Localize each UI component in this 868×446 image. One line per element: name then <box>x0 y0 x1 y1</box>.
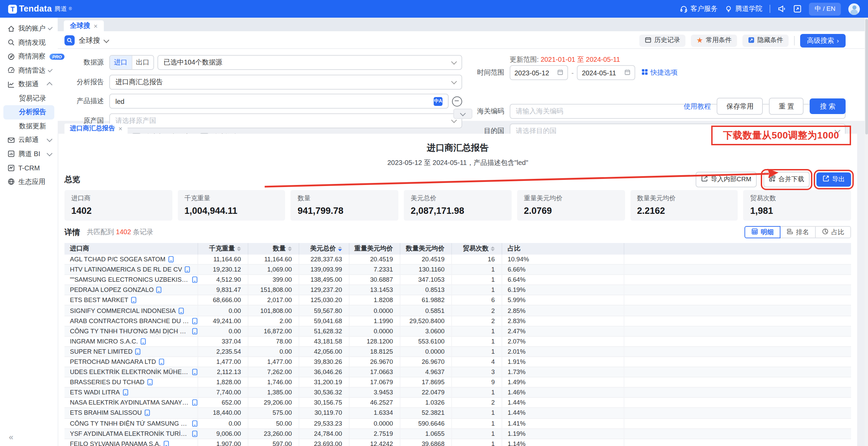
table-row[interactable]: SIGNIFY COMMERCIAL INDONESIA 0.00 101,80… <box>64 306 851 316</box>
sidebar-item-data-update[interactable]: 数据更新 <box>0 119 58 133</box>
col-usd-per-qty[interactable]: 数量美元均价 <box>400 243 452 255</box>
importer-name[interactable]: PEDRAJA LOPEZ GONZALO <box>70 287 154 294</box>
product-desc-input[interactable]: led 中A <box>109 94 449 109</box>
reset-button[interactable]: 重 置 <box>769 98 804 115</box>
company-detail-icon[interactable] <box>131 297 136 304</box>
company-detail-icon[interactable] <box>192 369 197 375</box>
sidebar-item-tcrm[interactable]: T-CRM <box>0 161 58 175</box>
sidebar-item-cloud-mail[interactable]: 云邮通 <box>0 133 58 147</box>
translate-icon[interactable]: 中A <box>434 97 442 106</box>
tendata-logo[interactable]: T Tendata 腾道 ® <box>8 4 72 14</box>
company-detail-icon[interactable] <box>145 410 150 416</box>
importer-name[interactable]: BRASSERIES DU TCHAD <box>70 379 145 386</box>
importer-name[interactable]: SUPER NET LIMITED <box>70 348 133 355</box>
vertical-scrollbar[interactable] <box>865 18 868 446</box>
tutorial-link[interactable]: 使用教程 <box>684 101 711 111</box>
close-icon[interactable]: × <box>118 125 122 132</box>
sidebar-item-radar[interactable]: 商情雷达 <box>0 63 58 77</box>
table-row[interactable]: ARAB CONTRACTORS BRANCHE DU TCHAD 49,241… <box>64 316 851 326</box>
sidebar-item-eco-apps[interactable]: 生态应用 <box>0 175 58 189</box>
importer-name[interactable]: AGL TCHAD P/C SOGEA SATOM <box>70 256 165 263</box>
datasource-select[interactable]: 已选中104个数据源 <box>157 55 462 70</box>
table-row[interactable]: INGRAM MICRO S.A.C. 337.04 78.00 43,181.… <box>64 337 851 347</box>
advanced-search-button[interactable]: 高级搜索 › <box>800 34 846 47</box>
company-detail-icon[interactable] <box>185 266 190 273</box>
table-row[interactable]: FEILO SYLVANIA PANAMA S.A. 1,907.00 597.… <box>64 439 851 446</box>
company-detail-icon[interactable] <box>192 328 197 334</box>
import-crm-button[interactable]: 导入内部CRM <box>696 171 757 187</box>
company-detail-icon[interactable] <box>156 287 162 294</box>
quick-options-link[interactable]: 快捷选项 <box>642 68 678 77</box>
importer-name[interactable]: FEILO SYLVANIA PANAMA S.A. <box>70 440 161 446</box>
company-detail-icon[interactable] <box>178 307 184 314</box>
user-avatar[interactable] <box>848 3 860 15</box>
company-detail-icon[interactable] <box>192 317 197 324</box>
view-detail-button[interactable]: 明细 <box>744 226 780 238</box>
sort-icon[interactable] <box>288 246 292 252</box>
table-row[interactable]: AGL TCHAD P/C SOGEA SATOM 11,164.60 11,1… <box>64 255 851 265</box>
importer-name[interactable]: CÔNG TY TNHH THƯƠNG MẠI DỊCH VỤ ĐIỆN MẠN… <box>70 328 189 334</box>
announcement-icon[interactable] <box>778 5 786 13</box>
sidebar-item-my-account[interactable]: 我的账户 <box>0 22 58 36</box>
save-conditions-button[interactable]: 保存常用 <box>717 98 763 115</box>
importer-name[interactable]: CÔNG TY TNHH ĐIỆN TỬ SAMSUNG HCMC CE COM… <box>70 420 189 427</box>
table-row[interactable]: SUPER NET LIMITED 2,235.54 0.00 42,056.0… <box>64 347 851 357</box>
company-detail-icon[interactable] <box>159 358 164 365</box>
search-button[interactable]: 搜 索 <box>810 98 846 114</box>
company-detail-icon[interactable] <box>192 399 197 406</box>
table-row[interactable]: UDES ELEKTRİK ELEKTRONİK MÜHENDİSLİK SAN… <box>64 367 851 377</box>
tab-global-search[interactable]: 全球搜 × <box>64 20 104 31</box>
view-rank-button[interactable]: 排名 <box>780 226 816 238</box>
merge-download-button[interactable]: 合并下载 <box>763 171 810 187</box>
table-row[interactable]: NASA ELEKTRİK AYDINLATMA SANAYİ VE TİCAR… <box>64 398 851 408</box>
table-row[interactable]: CÔNG TY TNHH ĐIỆN TỬ SAMSUNG HCMC CE COM… <box>64 419 851 429</box>
sidebar-collapse-button[interactable]: « <box>9 432 13 442</box>
importer-name[interactable]: INGRAM MICRO S.A.C. <box>70 338 138 345</box>
col-usd-total[interactable]: 美元总价 <box>299 243 350 255</box>
col-quantity[interactable]: 数量 <box>248 243 299 255</box>
view-share-button[interactable]: 占比 <box>815 226 851 238</box>
hide-conditions-button[interactable]: 隐藏条件 <box>742 34 789 47</box>
customer-service-button[interactable]: 客户服务 <box>680 4 718 14</box>
company-detail-icon[interactable] <box>192 276 197 283</box>
company-detail-icon[interactable] <box>147 379 153 386</box>
close-icon[interactable]: × <box>94 22 98 30</box>
company-detail-icon[interactable] <box>192 430 197 437</box>
smart-match-icon[interactable] <box>452 96 462 106</box>
company-detail-icon[interactable] <box>140 338 146 345</box>
collapse-panel-button[interactable] <box>453 109 472 119</box>
col-kg-weight[interactable]: 千克重量 <box>198 243 248 255</box>
importer-name[interactable]: NASA ELEKTRİK AYDINLATMA SANAYİ VE TİCAR… <box>70 399 189 406</box>
export-button[interactable]: 导出 <box>816 172 851 186</box>
company-detail-icon[interactable] <box>168 256 173 263</box>
sidebar-item-discovery[interactable]: 商情发现 <box>0 36 58 50</box>
table-row[interactable]: ETS WADI LITRA 7,740.00 1,385.00 30,536.… <box>64 388 851 398</box>
importer-name[interactable]: ETS BEST MARKET <box>70 297 128 304</box>
table-row[interactable]: YSF AYDINLATMA ELEKTRONİK TURİZM SANAYİ … <box>64 429 851 439</box>
importer-name[interactable]: ETS WADI LITRA <box>70 389 120 396</box>
table-row[interactable]: PEDRAJA LOPEZ GONZALO 9,831.47 151,808.0… <box>64 285 851 296</box>
import-toggle[interactable]: 进口 <box>110 56 131 69</box>
table-row[interactable]: PETROCHAD MANGARA LTD 1,477.00 1,477.00 … <box>64 357 851 367</box>
importer-name[interactable]: UDES ELEKTRİK ELEKTRONİK MÜHENDİSLİK SAN… <box>70 369 189 375</box>
company-detail-icon[interactable] <box>122 389 128 396</box>
report-type-select[interactable]: 进口商汇总报告 <box>109 74 462 89</box>
date-to-input[interactable]: 2024-05-11 <box>577 65 636 80</box>
fullscreen-icon[interactable] <box>794 5 802 13</box>
col-share[interactable]: 占比 <box>502 243 624 255</box>
importer-name[interactable]: YSF AYDINLATMA ELEKTRONİK TURİZM SANAYİ … <box>70 430 189 437</box>
col-importer[interactable]: 进口商 <box>64 243 198 255</box>
table-row[interactable]: ETS BEST MARKET 68,666.00 2,017.00 125,0… <box>64 296 851 306</box>
company-detail-icon[interactable] <box>192 420 197 427</box>
company-detail-icon[interactable] <box>164 440 169 446</box>
company-detail-icon[interactable] <box>135 348 141 355</box>
scrollbar-thumb[interactable] <box>865 19 868 134</box>
date-from-input[interactable]: 2023-05-12 <box>510 65 568 80</box>
importer-name[interactable]: ETS BRAHIM SALISSOU <box>70 410 142 416</box>
importer-name[interactable]: PETROCHAD MANGARA LTD <box>70 358 156 365</box>
importer-name[interactable]: HTV LATINOAMERICA S DE RL DE CV <box>70 266 182 273</box>
tab-importer-summary-report[interactable]: 进口商汇总报告 × <box>64 124 128 134</box>
sort-icon[interactable] <box>237 246 241 252</box>
language-switch[interactable]: 中 / EN <box>809 2 841 15</box>
table-row[interactable]: ""SAMSUNG ELECTRONICS UZBEKISTAN"" mas`u… <box>64 275 851 285</box>
